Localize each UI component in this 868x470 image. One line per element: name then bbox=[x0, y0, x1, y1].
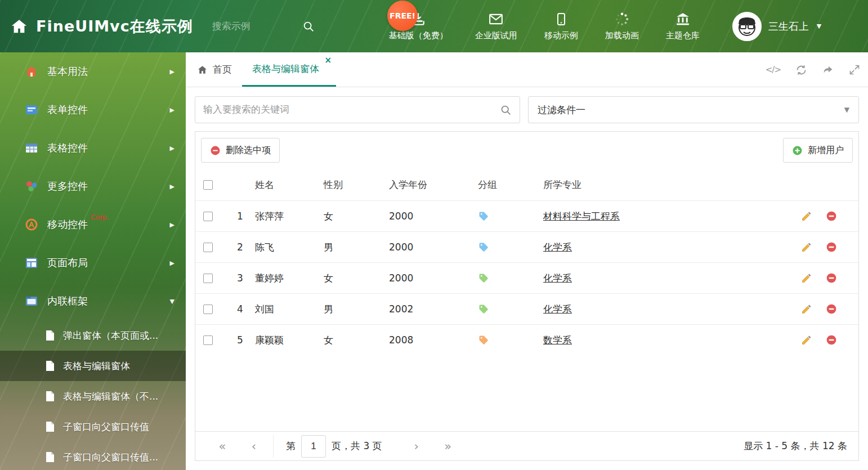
next-page-button[interactable]: › bbox=[401, 440, 432, 453]
refresh-icon[interactable] bbox=[795, 64, 807, 76]
arrow-right-icon: ▶ bbox=[170, 68, 175, 75]
frame-icon bbox=[25, 294, 38, 308]
house-icon bbox=[25, 65, 38, 78]
col-header-name[interactable]: 姓名 bbox=[255, 169, 324, 200]
table-row: 4 刘国 男 2002 化学系 bbox=[195, 293, 858, 324]
col-header-year[interactable]: 入学年份 bbox=[389, 169, 478, 200]
tab-bar: 首页 表格与编辑窗体 × </> bbox=[186, 52, 868, 87]
tab-label: 首页 bbox=[213, 63, 232, 76]
search-icon[interactable] bbox=[500, 104, 512, 116]
nav-item-mobile-demo[interactable]: 移动示例 bbox=[531, 12, 592, 41]
edit-icon[interactable] bbox=[801, 241, 812, 253]
filter-dropdown[interactable]: 过滤条件一 ▼ bbox=[528, 96, 859, 123]
content: 过滤条件一 ▼ 删除选中项 新增用户 bbox=[186, 87, 868, 470]
cell-gender: 男 bbox=[324, 231, 389, 262]
edit-icon[interactable] bbox=[801, 303, 812, 315]
sidebar-subitem-label: 子窗口向父窗口传值... bbox=[63, 451, 158, 464]
source-code-icon[interactable]: </> bbox=[766, 65, 781, 75]
sidebar-subitem-child-to-parent-2[interactable]: 子窗口向父窗口传值... bbox=[0, 442, 186, 470]
user-menu[interactable]: 三生石上 ▼ bbox=[732, 12, 821, 41]
header-search-input[interactable] bbox=[212, 21, 297, 32]
major-link[interactable]: 化学系 bbox=[543, 241, 572, 254]
sidebar-item-grid-controls[interactable]: 表格控件 ▶ bbox=[0, 129, 186, 167]
nav-label: 企业版试用 bbox=[475, 30, 517, 41]
edit-icon[interactable] bbox=[801, 334, 812, 346]
page-number-group: 第 页，共 3 页 bbox=[273, 435, 395, 458]
first-page-button[interactable]: « bbox=[207, 440, 238, 453]
col-header-gender[interactable]: 性别 bbox=[324, 169, 389, 200]
page-number-input[interactable] bbox=[301, 435, 326, 458]
sidebar-item-basic-usage[interactable]: 基本用法 ▶ bbox=[0, 52, 186, 91]
delete-icon[interactable] bbox=[826, 303, 837, 315]
sidebar-subitem-grid-edit-window-2[interactable]: 表格与编辑窗体（不... bbox=[0, 381, 186, 411]
sidebar-item-label: 基本用法 bbox=[47, 65, 88, 78]
sidebar-subitem-popup-window[interactable]: 弹出窗体（本页面或... bbox=[0, 320, 186, 351]
sidebar-item-form-controls[interactable]: 表单控件 ▶ bbox=[0, 91, 186, 129]
row-checkbox[interactable] bbox=[203, 212, 213, 221]
table-icon bbox=[25, 141, 38, 155]
cell-name: 刘国 bbox=[255, 293, 324, 324]
close-icon[interactable]: × bbox=[324, 56, 332, 65]
sidebar-item-iframe[interactable]: 内联框架 ▼ bbox=[0, 282, 186, 320]
expand-icon[interactable] bbox=[849, 64, 860, 75]
sidebar-subitem-child-to-parent[interactable]: 子窗口向父窗口传值 bbox=[0, 411, 186, 442]
last-page-button[interactable]: » bbox=[432, 440, 464, 453]
sidebar-subitem-label: 表格与编辑窗体 bbox=[63, 360, 130, 373]
delete-selected-button[interactable]: 删除选中项 bbox=[201, 138, 280, 163]
col-header-major[interactable]: 所学专业 bbox=[543, 169, 795, 200]
sidebar-subitem-label: 表格与编辑窗体（不... bbox=[63, 390, 158, 403]
row-checkbox[interactable] bbox=[203, 274, 213, 283]
major-link[interactable]: 化学系 bbox=[543, 303, 572, 316]
sidebar-subitem-label: 弹出窗体（本页面或... bbox=[63, 329, 158, 342]
nav-item-theme-store[interactable]: 主题仓库 bbox=[652, 12, 713, 41]
tag-icon bbox=[478, 272, 489, 284]
tab-grid-edit-window[interactable]: 表格与编辑窗体 × bbox=[242, 52, 336, 87]
sidebar-item-label: 内联框架 bbox=[47, 294, 88, 308]
caret-down-icon: ▼ bbox=[844, 106, 849, 114]
form-icon bbox=[25, 103, 38, 117]
brand[interactable]: FineUIMvc在线示例 bbox=[10, 16, 193, 37]
major-link[interactable]: 化学系 bbox=[543, 272, 572, 285]
nav-label: 基础版（免费） bbox=[389, 30, 448, 41]
sidebar-item-page-layout[interactable]: 页面布局 ▶ bbox=[0, 244, 186, 282]
tag-icon bbox=[478, 211, 489, 222]
row-checkbox[interactable] bbox=[203, 305, 213, 314]
share-icon[interactable] bbox=[822, 64, 834, 75]
top-header: FineUIMvc在线示例 FREE! 基础版（免费） 企业版试用 移动示例 加… bbox=[0, 0, 868, 52]
prev-page-button[interactable]: ‹ bbox=[238, 440, 270, 453]
row-checkbox[interactable] bbox=[203, 243, 213, 252]
row-checkbox[interactable] bbox=[203, 335, 213, 345]
app: FineUIMvc在线示例 FREE! 基础版（免费） 企业版试用 移动示例 加… bbox=[0, 0, 868, 470]
cell-year: 2000 bbox=[389, 231, 478, 262]
sidebar-item-more-controls[interactable]: 更多控件 ▶ bbox=[0, 167, 186, 205]
file-icon bbox=[45, 330, 55, 341]
sidebar-item-label: 页面布局 bbox=[47, 256, 88, 270]
search-icon[interactable] bbox=[302, 20, 315, 33]
edit-icon[interactable] bbox=[801, 211, 812, 222]
row-index: 2 bbox=[228, 231, 255, 262]
delete-icon[interactable] bbox=[826, 211, 837, 222]
delete-icon[interactable] bbox=[826, 241, 837, 253]
filter-dropdown-value: 过滤条件一 bbox=[538, 104, 585, 117]
major-link[interactable]: 材料科学与工程系 bbox=[543, 210, 620, 223]
col-header-group[interactable]: 分组 bbox=[478, 169, 543, 200]
corp-badge: Corp. bbox=[91, 213, 109, 221]
nav-label: 移动示例 bbox=[544, 30, 578, 41]
row-index: 1 bbox=[228, 200, 255, 231]
major-link[interactable]: 数学系 bbox=[543, 334, 572, 347]
tab-home[interactable]: 首页 bbox=[187, 52, 242, 87]
file-icon bbox=[45, 391, 55, 402]
keyword-search-input[interactable] bbox=[203, 104, 500, 115]
nav-item-enterprise-trial[interactable]: 企业版试用 bbox=[462, 12, 531, 41]
delete-icon[interactable] bbox=[826, 272, 837, 284]
pagination-bar: « ‹ 第 页，共 3 页 › » 显示 1 - 5 条，共 12 条 bbox=[195, 431, 858, 460]
add-user-button[interactable]: 新增用户 bbox=[783, 138, 853, 163]
delete-icon[interactable] bbox=[826, 334, 837, 346]
select-all-checkbox[interactable] bbox=[203, 180, 213, 190]
row-index: 4 bbox=[228, 293, 255, 324]
sidebar-item-mobile-controls[interactable]: 移动控件 Corp. ▶ bbox=[0, 205, 186, 244]
sidebar-subitem-grid-edit-window[interactable]: 表格与编辑窗体 bbox=[0, 351, 186, 381]
edit-icon[interactable] bbox=[801, 272, 812, 284]
nav-item-loading-animation[interactable]: 加载动画 bbox=[592, 12, 652, 41]
arrow-right-icon: ▶ bbox=[170, 259, 175, 267]
